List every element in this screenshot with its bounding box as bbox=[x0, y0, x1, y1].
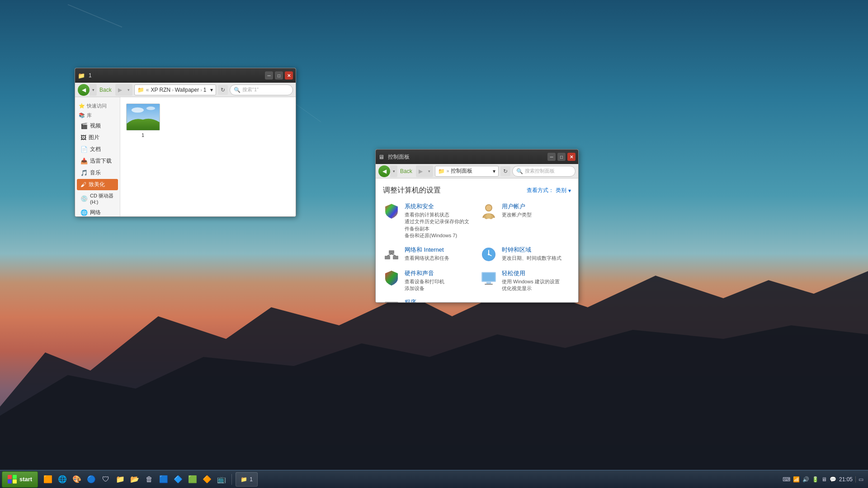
cp-clock-desc: 更改日期、时间或数字格式 bbox=[502, 255, 571, 262]
sidebar-item-network[interactable]: 🌐 网络 bbox=[77, 207, 118, 216]
explorer-back-button[interactable]: ◀ bbox=[78, 84, 90, 96]
cp-network-text: 网络和 Internet 查看网络状态和任务 bbox=[405, 246, 474, 262]
explorer-minimize-button[interactable]: ─ bbox=[265, 71, 273, 80]
cp-item-hardware[interactable]: 硬件和声音 查看设备和打印机添加设备 bbox=[383, 269, 474, 292]
cp-hardware-icon bbox=[383, 269, 400, 286]
explorer-search-placeholder: 搜索"1" bbox=[242, 86, 259, 93]
cp-view-mode[interactable]: 查看方式： 类别 ▾ bbox=[527, 187, 571, 194]
taskbar-icon-edge[interactable]: 🔵 bbox=[85, 473, 98, 486]
file-thumbnail-1 bbox=[126, 103, 160, 131]
explorer-maximize-button[interactable]: □ bbox=[275, 71, 283, 80]
cp-security-title[interactable]: 系统和安全 bbox=[405, 202, 474, 211]
file-item-1[interactable]: 1 bbox=[125, 102, 161, 140]
taskbar-quicklaunch: 🟧 🌐 🎨 🔵 🛡 📁 📂 🗑 🟦 🔷 🟩 🔶 📺 bbox=[40, 473, 230, 486]
sidebar-item-document[interactable]: 📄 文档 bbox=[77, 144, 118, 155]
cp-network-title[interactable]: 网络和 Internet bbox=[405, 246, 474, 254]
cp-ease-title[interactable]: 轻松使用 bbox=[502, 269, 571, 277]
cp-titlebar: 🖥 控制面板 ─ □ ✕ bbox=[376, 150, 578, 164]
taskbar-icon-office[interactable]: 🟧 bbox=[42, 473, 54, 486]
cp-clock-icon bbox=[480, 246, 497, 263]
cp-forward-chevron[interactable]: ▾ bbox=[426, 165, 433, 177]
cp-programs-title[interactable]: 程序 bbox=[405, 298, 474, 302]
sidebar-item-music[interactable]: 🎵 音乐 bbox=[77, 167, 118, 178]
tray-icon-keyboard[interactable]: ⌨ bbox=[783, 476, 790, 483]
explorer-forward-button[interactable]: ▶ bbox=[115, 84, 125, 96]
sidebar-section-favorites: ⭐ 快速访问 bbox=[75, 101, 120, 110]
cp-close-button[interactable]: ✕ bbox=[567, 153, 576, 161]
explorer-search-bar[interactable]: 🔍 搜索"1" bbox=[230, 84, 293, 95]
thunder-icon: 📥 bbox=[80, 158, 88, 164]
svg-line-15 bbox=[392, 254, 396, 256]
windows-logo-icon bbox=[8, 475, 17, 484]
cp-user-title[interactable]: 用户帐户 bbox=[502, 202, 571, 211]
file-grid: 1 bbox=[125, 102, 291, 140]
cp-hardware-title[interactable]: 硬件和声音 bbox=[405, 269, 474, 277]
video-icon: 🎬 bbox=[80, 122, 88, 129]
taskbar-icon-antivirus[interactable]: 🛡 bbox=[99, 473, 112, 486]
explorer-body: ⭐ 快速访问 📚 库 🎬 视频 🖼 图片 📄 文档 📥 迅雷下载 bbox=[75, 97, 296, 216]
cp-search-bar[interactable]: 🔍 搜索控制面板 bbox=[512, 166, 576, 177]
cp-item-network[interactable]: 网络和 Internet 查看网络状态和任务 bbox=[383, 246, 474, 263]
svg-point-5 bbox=[146, 107, 155, 110]
address-path: XP RZN › Wallpaper › 1 bbox=[151, 87, 206, 93]
cp-item-security[interactable]: 系统和安全 查看你的计算机状态通过文件历史记录保存你的文件备份副本备份和还原(W… bbox=[383, 202, 474, 239]
cp-item-programs[interactable]: 程序 卸载程序 bbox=[383, 298, 474, 302]
explorer-content: 1 bbox=[120, 97, 296, 216]
sidebar-item-cdrom[interactable]: 💿 CD 驱动器 (H:) bbox=[77, 191, 118, 206]
taskbar-icon-app3[interactable]: 🟩 bbox=[186, 473, 199, 486]
taskbar-app-1[interactable]: 📁 1 bbox=[236, 472, 258, 487]
sidebar-item-thunder[interactable]: 📥 迅雷下载 bbox=[77, 155, 118, 167]
taskbar-icon-files[interactable]: 📁 bbox=[114, 473, 127, 486]
taskbar-icon-explorer[interactable]: 📂 bbox=[128, 473, 141, 486]
cp-programs-icon bbox=[383, 298, 400, 302]
taskbar-icon-app4[interactable]: 🔶 bbox=[201, 473, 213, 486]
cp-forward-button[interactable]: ▶ bbox=[416, 165, 426, 177]
cp-clock-text: 时钟和区域 更改日期、时间或数字格式 bbox=[502, 246, 571, 262]
cp-item-clock[interactable]: 时钟和区域 更改日期、时间或数字格式 bbox=[480, 246, 571, 263]
taskbar-icon-app2[interactable]: 🔷 bbox=[172, 473, 184, 486]
cp-minimize-button[interactable]: ─ bbox=[547, 153, 556, 161]
cp-view-current: 类别 bbox=[556, 187, 566, 194]
taskbar-icon-trash[interactable]: 🗑 bbox=[143, 473, 156, 486]
svg-rect-11 bbox=[385, 256, 390, 259]
taskbar-icon-app1[interactable]: 🟦 bbox=[157, 473, 170, 486]
cp-maximize-button[interactable]: □ bbox=[557, 153, 566, 161]
tray-icon-network2[interactable]: 🖥 bbox=[821, 476, 827, 483]
cp-item-ease[interactable]: 轻松使用 使用 Windows 建议的设置优化视觉显示 bbox=[480, 269, 571, 292]
cp-address-bar[interactable]: 📁 » 控制面板 ▾ bbox=[435, 166, 499, 177]
explorer-back-label[interactable]: Back bbox=[99, 87, 112, 93]
cp-back-label[interactable]: Back bbox=[400, 168, 412, 174]
chevron-down-icon: ▾ bbox=[568, 188, 571, 194]
cp-view-label: 查看方式： bbox=[527, 187, 554, 194]
explorer-close-button[interactable]: ✕ bbox=[285, 71, 293, 80]
taskbar-icon-ie[interactable]: 🌐 bbox=[56, 473, 69, 486]
tray-icon-speaker[interactable]: 🔊 bbox=[802, 476, 809, 483]
svg-rect-24 bbox=[485, 284, 493, 285]
tray-icon-wifi[interactable]: 📶 bbox=[793, 476, 800, 483]
explorer-forward-chevron[interactable]: ▾ bbox=[125, 84, 132, 96]
tray-icon-battery[interactable]: 🔋 bbox=[812, 476, 819, 483]
explorer-titlebar: 📁 1 ─ □ ✕ bbox=[75, 68, 296, 83]
start-button[interactable]: start bbox=[2, 471, 38, 488]
explorer-back-chevron[interactable]: ▾ bbox=[90, 84, 97, 96]
sidebar-item-video[interactable]: 🎬 视频 bbox=[77, 120, 118, 131]
cp-ease-text: 轻松使用 使用 Windows 建议的设置优化视觉显示 bbox=[502, 269, 571, 292]
cp-address-path: 控制面板 bbox=[451, 167, 472, 175]
explorer-title: 1 bbox=[89, 72, 263, 79]
taskbar-icon-app5[interactable]: 📺 bbox=[215, 473, 228, 486]
sidebar-item-beautify[interactable]: 🖌 致美化 bbox=[77, 179, 118, 190]
cp-back-button[interactable]: ◀ bbox=[378, 165, 390, 177]
explorer-refresh-button[interactable]: ↻ bbox=[218, 85, 228, 95]
cp-title: 控制面板 bbox=[388, 153, 546, 161]
cp-refresh-button[interactable]: ↻ bbox=[500, 166, 510, 176]
cp-item-user[interactable]: 用户帐户 更改帐户类型 bbox=[480, 202, 571, 239]
svg-rect-22 bbox=[482, 273, 495, 281]
cp-clock-title[interactable]: 时钟和区域 bbox=[502, 246, 571, 254]
tray-icon-action-center[interactable]: 💬 bbox=[830, 476, 836, 483]
explorer-address-bar[interactable]: 📁 « XP RZN › Wallpaper › 1 ▾ bbox=[134, 84, 216, 95]
sidebar-item-picture[interactable]: 🖼 图片 bbox=[77, 132, 118, 143]
tray-show-desktop[interactable]: ▭ bbox=[855, 476, 863, 483]
taskbar-icon-illustrator[interactable]: 🎨 bbox=[71, 473, 83, 486]
cp-back-chevron[interactable]: ▾ bbox=[390, 165, 397, 177]
cp-hardware-desc: 查看设备和打印机添加设备 bbox=[405, 278, 474, 292]
